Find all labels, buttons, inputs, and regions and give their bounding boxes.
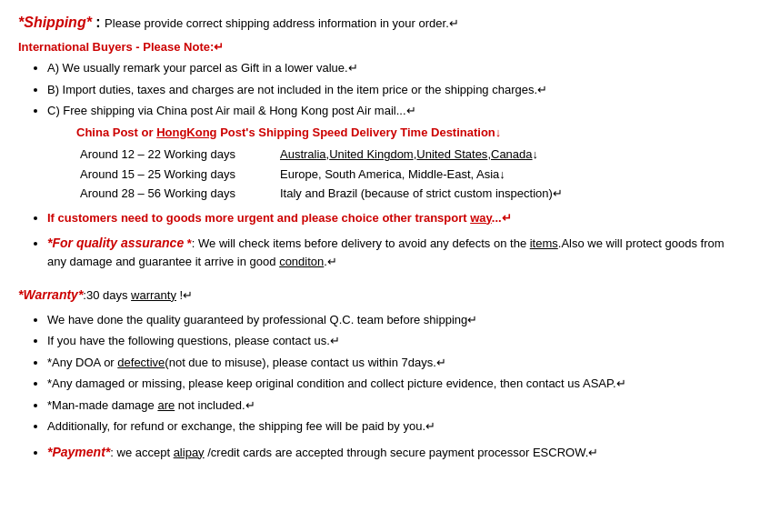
- days-1: Around 12 – 22 Working days: [76, 145, 276, 165]
- warranty-bullet-1: We have done the quality guaranteed by p…: [47, 311, 742, 329]
- payment-item: *Payment*: we accept alipay /credit card…: [47, 443, 742, 462]
- dest-2: Europe, South America, Middle-East, Asia…: [276, 165, 566, 185]
- table-row: Around 12 – 22 Working days Australia,Un…: [76, 145, 566, 165]
- warranty-section: *Warranty*:30 days warranty !↵: [18, 287, 742, 302]
- warranty-title: *Warranty*: [18, 287, 83, 302]
- intl-buyers-label: International Buyers - Please Note:↵: [18, 40, 742, 54]
- shipping-title: *Shipping*: [18, 15, 92, 30]
- days-2: Around 15 – 25 Working days: [76, 165, 276, 185]
- dest-1: Australia,United Kingdom,United States,C…: [276, 145, 566, 165]
- warranty-bullet-3: *Any DOA or defective(not due to misuse)…: [47, 354, 742, 372]
- shipping-description: Please provide correct shipping address …: [105, 16, 459, 30]
- warranty-bullet-6: Additionally, for refund or exchange, th…: [47, 417, 742, 436]
- warranty-title-text: :30 days warranty !↵: [83, 288, 193, 302]
- bullet-c: C) Free shipping via China post Air mail…: [47, 102, 742, 204]
- dest-3: Italy and Brazil (because of strict cust…: [276, 184, 566, 204]
- page-container: *Shipping* : Please provide correct ship…: [18, 15, 742, 462]
- payment-section: *Payment*: we accept alipay /credit card…: [18, 443, 742, 462]
- shipping-speed-title: China Post or HongKong Post's Shipping S…: [76, 124, 742, 142]
- urgent-note: If customers need to goods more urgent a…: [47, 211, 512, 225]
- quality-title: *For quality assurance: [47, 236, 184, 250]
- shipping-header: *Shipping* : Please provide correct ship…: [18, 15, 742, 31]
- table-row: Around 28 – 56 Working days Italy and Br…: [76, 184, 566, 204]
- warranty-bullet-5: *Man-made damage are not included.↵: [47, 396, 742, 415]
- quality-star: *: [184, 236, 192, 250]
- payment-title: *Payment*: [47, 445, 110, 459]
- bullet-a: A) We usually remark your parcel as Gift…: [47, 59, 742, 77]
- warranty-bullets: We have done the quality guaranteed by p…: [18, 311, 742, 436]
- shipping-separator: :: [92, 15, 105, 30]
- shipping-table: Around 12 – 22 Working days Australia,Un…: [76, 145, 566, 204]
- warranty-bullet-2: If you have the following questions, ple…: [47, 332, 742, 350]
- bullet-b: B) Import duties, taxes and charges are …: [47, 81, 742, 99]
- warranty-bullet-4: *Any damaged or missing, please keep ori…: [47, 375, 742, 393]
- table-row: Around 15 – 25 Working days Europe, Sout…: [76, 165, 566, 185]
- quality-item: *For quality assurance *: We will check …: [47, 234, 742, 271]
- days-3: Around 28 – 56 Working days: [76, 184, 276, 204]
- shipping-bullets: A) We usually remark your parcel as Gift…: [18, 59, 742, 271]
- payment-text: : we accept alipay /credit cards are acc…: [110, 446, 598, 459]
- urgent-note-item: If customers need to goods more urgent a…: [47, 209, 742, 227]
